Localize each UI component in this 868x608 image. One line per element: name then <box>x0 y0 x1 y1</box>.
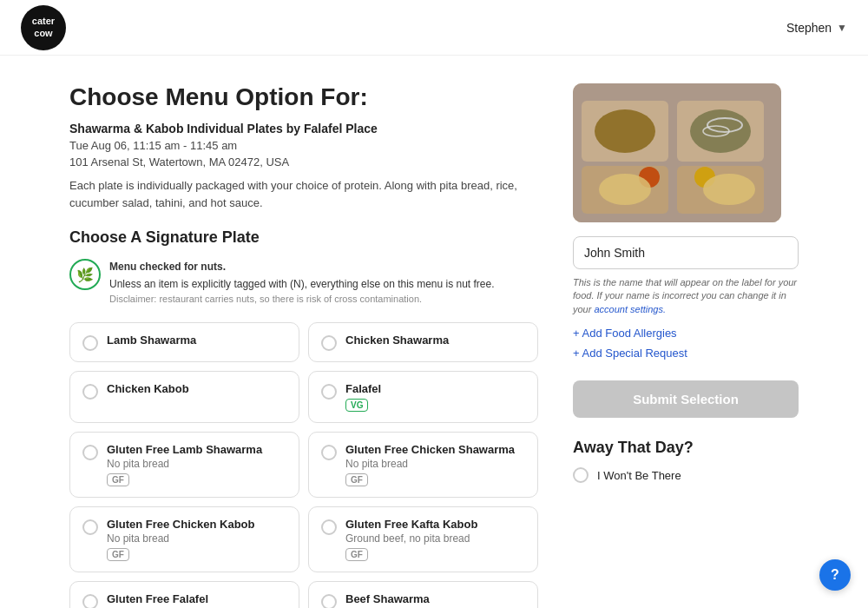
left-column: Choose Menu Option For: Shawarma & Kabob… <box>69 83 538 608</box>
menu-item-content-gf-chicken-shawarma: Gluten Free Chicken ShawarmaNo pita brea… <box>345 443 525 486</box>
menu-item-name-chicken-shawarma: Chicken Shawarma <box>345 334 525 347</box>
away-title: Away That Day? <box>573 439 799 457</box>
add-special-request-link[interactable]: + Add Special Request <box>573 347 799 360</box>
radio-falafel[interactable] <box>321 384 337 400</box>
nut-notice-desc: Unless an item is explicitly tagged with… <box>109 278 495 290</box>
badges-gf-chicken-kabob: GF <box>107 548 286 561</box>
menu-item-name-gf-lamb-shawarma: Gluten Free Lamb Shawarma <box>107 443 286 456</box>
menu-item-name-lamb-shawarma: Lamb Shawarma <box>107 334 286 347</box>
header: catercow Stephen ▼ <box>0 0 868 56</box>
menu-item-desc-gf-chicken-shawarma: No pita bread <box>345 458 525 470</box>
radio-gf-chicken-kabob[interactable] <box>82 519 98 535</box>
nut-notice: 🌿 Menu checked for nuts. Unless an item … <box>69 259 538 307</box>
menu-item-content-gf-falafel: Gluten Free FalafelNo pita breadVGGF <box>107 592 286 609</box>
badge-gf-gf-chicken-kabob: GF <box>107 548 129 561</box>
menu-item-content-beef-shawarma: Beef Shawarma <box>345 592 525 605</box>
event-datetime: Tue Aug 06, 11:15 am - 11:45 am <box>69 139 538 152</box>
menu-item-gf-chicken-shawarma[interactable]: Gluten Free Chicken ShawarmaNo pita brea… <box>308 432 538 498</box>
menu-item-content-gf-chicken-kabob: Gluten Free Chicken KabobNo pita breadGF <box>107 518 286 561</box>
badge-gf-gf-chicken-shawarma: GF <box>345 473 368 486</box>
menu-item-name-beef-shawarma: Beef Shawarma <box>345 592 525 605</box>
event-description: Each plate is individually packaged with… <box>69 177 538 211</box>
svg-rect-13 <box>573 83 781 222</box>
menu-item-lamb-shawarma[interactable]: Lamb Shawarma <box>69 322 299 362</box>
badges-gf-lamb-shawarma: GF <box>107 473 286 486</box>
menu-item-content-falafel: FalafelVG <box>345 382 525 412</box>
radio-lamb-shawarma[interactable] <box>82 335 98 351</box>
chevron-down-icon: ▼ <box>837 22 847 34</box>
menu-item-gf-lamb-shawarma[interactable]: Gluten Free Lamb ShawarmaNo pita breadGF <box>69 432 299 498</box>
menu-item-content-gf-lamb-shawarma: Gluten Free Lamb ShawarmaNo pita breadGF <box>107 443 286 486</box>
radio-gf-lamb-shawarma[interactable] <box>82 445 98 460</box>
menu-item-name-gf-kafta-kabob: Gluten Free Kafta Kabob <box>345 518 525 531</box>
nut-notice-text: Menu checked for nuts. Unless an item is… <box>109 259 495 307</box>
badges-gf-kafta-kabob: GF <box>345 548 525 561</box>
menu-item-content-gf-kafta-kabob: Gluten Free Kafta KabobGround beef, no p… <box>345 518 525 561</box>
name-hint: This is the name that will appear on the… <box>573 276 799 316</box>
menu-grid: Lamb ShawarmaChicken ShawarmaChicken Kab… <box>69 322 538 609</box>
user-menu[interactable]: Stephen ▼ <box>786 21 847 35</box>
menu-item-content-chicken-shawarma: Chicken Shawarma <box>345 334 525 347</box>
menu-item-chicken-shawarma[interactable]: Chicken Shawarma <box>308 322 538 362</box>
radio-chicken-kabob[interactable] <box>82 384 98 400</box>
menu-section-heading: Choose A Signature Plate <box>69 228 538 247</box>
badges-falafel: VG <box>345 399 525 412</box>
menu-item-content-lamb-shawarma: Lamb Shawarma <box>107 334 286 347</box>
menu-item-name-chicken-kabob: Chicken Kabob <box>107 382 286 395</box>
user-name: Stephen <box>786 21 832 35</box>
logo-text: catercow <box>32 16 55 38</box>
menu-item-gf-kafta-kabob[interactable]: Gluten Free Kafta KabobGround beef, no p… <box>308 506 538 572</box>
help-button[interactable]: ? <box>819 559 851 591</box>
food-image <box>573 83 781 222</box>
menu-item-beef-shawarma[interactable]: Beef Shawarma <box>308 581 538 609</box>
menu-item-name-gf-chicken-shawarma: Gluten Free Chicken Shawarma <box>345 443 525 456</box>
menu-item-name-gf-falafel: Gluten Free Falafel <box>107 592 286 605</box>
menu-item-desc-gf-kafta-kabob: Ground beef, no pita bread <box>345 532 525 545</box>
away-section: Away That Day? I Won't Be There <box>573 439 799 483</box>
menu-item-name-falafel: Falafel <box>345 382 525 395</box>
right-column: This is the name that will appear on the… <box>573 83 799 608</box>
radio-gf-chicken-shawarma[interactable] <box>321 445 337 460</box>
radio-gf-falafel[interactable] <box>82 594 98 609</box>
add-food-allergies-link[interactable]: + Add Food Allergies <box>573 327 799 340</box>
menu-item-desc-gf-chicken-kabob: No pita bread <box>107 532 286 545</box>
account-settings-link[interactable]: account settings. <box>594 304 666 314</box>
badge-gf-gf-lamb-shawarma: GF <box>107 473 129 486</box>
nut-notice-title: Menu checked for nuts. <box>109 259 495 274</box>
menu-item-name-gf-chicken-kabob: Gluten Free Chicken Kabob <box>107 518 286 531</box>
radio-beef-shawarma[interactable] <box>321 594 337 609</box>
badge-gf-gf-kafta-kabob: GF <box>345 548 368 561</box>
menu-item-chicken-kabob[interactable]: Chicken Kabob <box>69 371 299 423</box>
away-label: I Won't Be There <box>597 469 681 482</box>
page-title: Choose Menu Option For: <box>69 83 538 111</box>
name-input[interactable] <box>573 236 799 269</box>
logo[interactable]: catercow <box>21 5 66 50</box>
badge-vg-falafel: VG <box>345 399 368 412</box>
menu-item-falafel[interactable]: FalafelVG <box>308 371 538 423</box>
event-address: 101 Arsenal St, Watertown, MA 02472, USA <box>69 155 538 169</box>
submit-button[interactable]: Submit Selection <box>573 380 799 418</box>
away-radio[interactable] <box>573 467 589 483</box>
menu-item-gf-falafel[interactable]: Gluten Free FalafelNo pita breadVGGF <box>69 581 299 609</box>
radio-chicken-shawarma[interactable] <box>321 335 337 351</box>
event-name: Shawarma & Kabob Individual Plates by Fa… <box>69 122 538 135</box>
away-option[interactable]: I Won't Be There <box>573 467 799 483</box>
nut-disclaimer: Disclaimer: restaurant carries nuts, so … <box>109 292 495 307</box>
menu-item-gf-chicken-kabob[interactable]: Gluten Free Chicken KabobNo pita breadGF <box>69 506 299 572</box>
nut-icon: 🌿 <box>69 259 101 290</box>
radio-gf-kafta-kabob[interactable] <box>321 519 337 535</box>
main-container: Choose Menu Option For: Shawarma & Kabob… <box>0 56 868 608</box>
menu-item-desc-gf-lamb-shawarma: No pita bread <box>107 458 286 470</box>
menu-item-content-chicken-kabob: Chicken Kabob <box>107 382 286 395</box>
badges-gf-chicken-shawarma: GF <box>345 473 525 486</box>
